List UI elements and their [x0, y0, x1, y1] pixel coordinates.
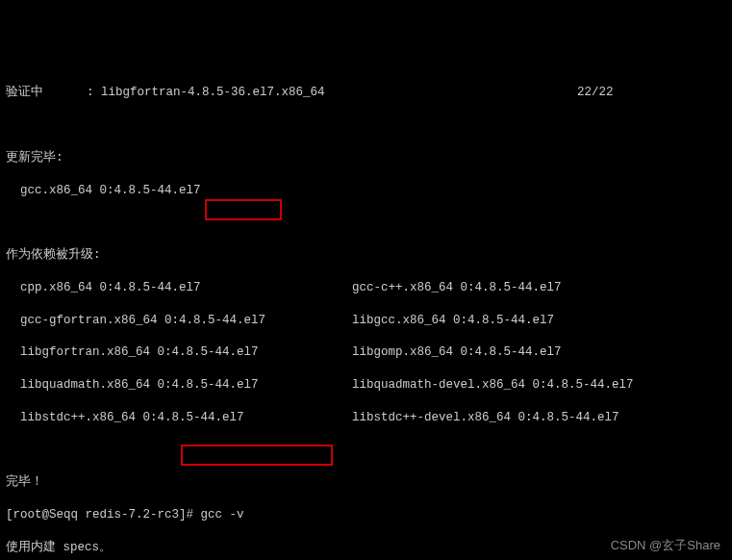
dep-row: libgfortran.x86_64 0:4.8.5-44.el7 libgom…	[6, 344, 726, 361]
verifying-counter: 22/22	[577, 86, 614, 99]
command-gcc-v: # gcc -v	[187, 508, 244, 522]
dep-row: gcc-gfortran.x86_64 0:4.8.5-44.el7 libgc…	[6, 313, 726, 329]
terminal-output: 验证中 : libgfortran-4.8.5-36.el7.x86_64 22…	[6, 69, 726, 561]
verifying-pkg: : libgfortran-4.8.5-36.el7.x86_64	[87, 86, 325, 99]
prompt-line-1[interactable]: [root@Seqq redis-7.2-rc3]# gcc -v	[6, 507, 726, 523]
verifying-line: 验证中 : libgfortran-4.8.5-36.el7.x86_64 22…	[6, 85, 726, 101]
verifying-label: 验证中	[6, 86, 43, 99]
complete-label: 完毕！	[6, 474, 726, 491]
dep-row: libquadmath.x86_64 0:4.8.5-44.el7 libqua…	[6, 377, 726, 394]
prompt-prefix: [root@Seqq redis-7.2-rc3]	[6, 508, 187, 522]
updated-pkg: gcc.x86_64 0:4.8.5-44.el7	[6, 183, 726, 199]
dep-row: cpp.x86_64 0:4.8.5-44.el7 gcc-c++.x86_64…	[6, 280, 726, 296]
dep-row: libstdc++.x86_64 0:4.8.5-44.el7 libstdc+…	[6, 410, 726, 426]
updated-label: 更新完毕:	[6, 150, 726, 166]
watermark-text: CSDN @玄子Share	[611, 537, 720, 554]
dep-upgraded-label: 作为依赖被升级:	[6, 247, 726, 264]
